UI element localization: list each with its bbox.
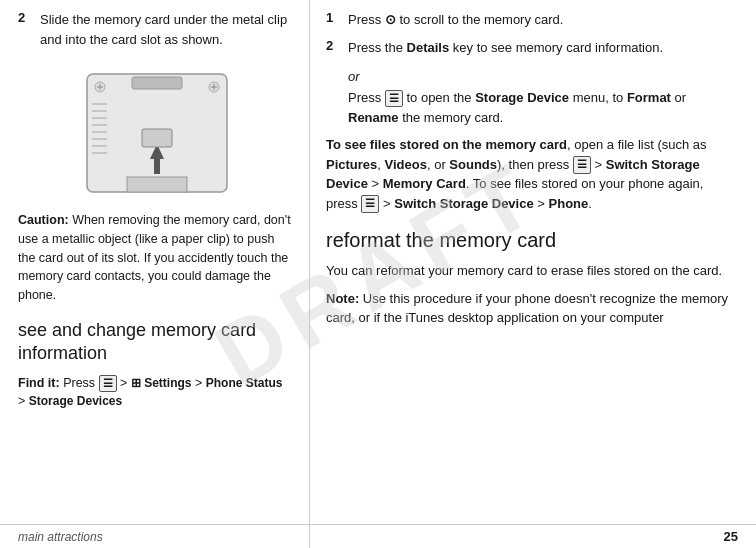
settings-icon-label: ⊞ Settings	[131, 376, 192, 390]
right-step-1: 1 Press ⊙ to scroll to the memory card.	[326, 10, 738, 30]
section-heading-reformat: reformat the memory card	[326, 227, 738, 253]
find-it-text: Press	[63, 376, 98, 390]
find-it-arrow3: >	[18, 394, 29, 408]
svg-rect-19	[142, 129, 172, 147]
right-column: 1 Press ⊙ to scroll to the memory card. …	[310, 0, 756, 548]
menu-key-files1: ☰	[573, 156, 591, 173]
find-it-line: Find it: Press ☰ > ⊞ Settings > Phone St…	[18, 374, 295, 412]
right-step-2: 2 Press the Details key to see memory ca…	[326, 38, 738, 58]
caution-label: Caution:	[18, 213, 69, 227]
press-menu-para: Press ☰ to open the Storage Device menu,…	[348, 88, 738, 127]
right-step-1-number: 1	[326, 10, 340, 30]
phone-status-label: Phone Status	[206, 376, 283, 390]
menu-key-right: ☰	[385, 90, 403, 107]
page-footer: main attractions 25	[0, 524, 756, 548]
section-heading-memory-card: see and change memory card information	[18, 319, 295, 366]
find-it-arrow2: >	[195, 376, 206, 390]
svg-rect-18	[154, 159, 160, 174]
left-column: 2 Slide the memory card under the metal …	[0, 0, 310, 548]
memory-card-image	[72, 69, 242, 199]
step-2-text: Slide the memory card under the metal cl…	[40, 10, 295, 49]
caution-block: Caution: When removing the memory card, …	[18, 211, 295, 305]
footer-page-number: 25	[724, 529, 738, 544]
svg-rect-1	[127, 177, 187, 192]
footer-left-text: main attractions	[18, 530, 103, 544]
files-on-memory-card-para: To see files stored on the memory card, …	[326, 135, 738, 213]
note-block: Note: Use this procedure if your phone d…	[326, 289, 738, 328]
menu-key-findIt: ☰	[99, 375, 117, 392]
find-it-label: Find it:	[18, 376, 60, 390]
storage-devices-label: Storage Devices	[29, 394, 122, 408]
note-text: Use this procedure if your phone doesn't…	[326, 291, 728, 326]
right-step-2-number: 2	[326, 38, 340, 58]
right-step-2-text: Press the Details key to see memory card…	[348, 38, 663, 58]
step-2-item: 2 Slide the memory card under the metal …	[18, 10, 295, 49]
reformat-text: You can reformat your memory card to era…	[326, 261, 738, 281]
find-it-arrow1: >	[120, 376, 131, 390]
menu-key-files2: ☰	[361, 195, 379, 212]
or-divider: or	[348, 69, 738, 84]
svg-rect-8	[132, 77, 182, 89]
note-label: Note:	[326, 291, 359, 306]
page-container: DRAFT 2 Slide the memory card under the …	[0, 0, 756, 548]
step-2-number: 2	[18, 10, 32, 49]
right-step-1-text: Press ⊙ to scroll to the memory card.	[348, 10, 563, 30]
